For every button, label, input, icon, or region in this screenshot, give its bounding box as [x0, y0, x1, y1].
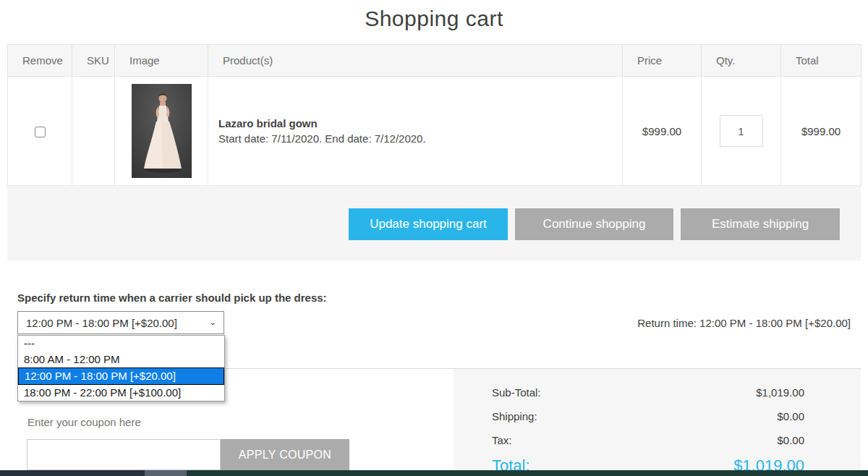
cart-table-wrap: Remove SKU Image Product(s) Price Qty. T… [7, 44, 861, 186]
return-time-option[interactable]: 8:00 AM - 12:00 PM [18, 352, 224, 367]
shipping-label: Shipping: [492, 410, 537, 423]
return-time-section: Specify return time when a carrier shoul… [17, 292, 851, 334]
return-time-option[interactable]: --- [18, 336, 224, 352]
sku-cell [72, 77, 115, 186]
column-header-sku: SKU [72, 45, 115, 77]
chevron-down-icon: ⌄ [209, 318, 216, 326]
column-header-total: Total [781, 45, 861, 77]
column-header-qty: Qty. [702, 45, 781, 77]
subtotal-label: Sub-Total: [492, 386, 541, 399]
unit-price: $999.00 [623, 77, 702, 186]
apply-coupon-button[interactable]: APPLY COUPON [221, 439, 349, 470]
subtotal-row: Sub-Total: $1,019.00 [492, 386, 804, 399]
bottom-edge-bar [0, 470, 868, 476]
column-header-remove: Remove [8, 45, 72, 77]
return-time-summary: Return time: 12:00 PM - 18:00 PM [+$20.0… [637, 317, 851, 329]
shipping-value: $0.00 [777, 410, 804, 423]
product-image[interactable] [132, 84, 192, 178]
update-cart-button[interactable]: Update shopping cart [349, 208, 508, 240]
bottom-bar-segment [187, 470, 868, 476]
return-time-dropdown: --- 8:00 AM - 12:00 PM 12:00 PM - 18:00 … [17, 335, 225, 401]
order-totals-box: Sub-Total: $1,019.00 Shipping: $0.00 Tax… [454, 369, 861, 476]
cart-table: Remove SKU Image Product(s) Price Qty. T… [7, 44, 861, 186]
column-header-product: Product(s) [208, 45, 623, 77]
cart-header-row: Remove SKU Image Product(s) Price Qty. T… [8, 45, 861, 77]
tax-value: $0.00 [777, 434, 804, 447]
shipping-row: Shipping: $0.00 [492, 410, 804, 423]
bottom-bar-segment [145, 470, 187, 476]
product-name-link[interactable]: Lazaro bridal gown [213, 117, 618, 129]
return-time-selected-value: 12:00 PM - 18:00 PM [+$20.00] [26, 317, 177, 329]
return-time-label: Specify return time when a carrier shoul… [17, 292, 851, 304]
return-time-option[interactable]: 12:00 PM - 18:00 PM [+$20.00] [18, 367, 224, 385]
remove-item-checkbox[interactable] [35, 127, 46, 137]
cart-actions-bar: Update shopping cart Continue shopping E… [7, 186, 861, 261]
column-header-price: Price [623, 45, 702, 77]
tax-row: Tax: $0.00 [492, 434, 804, 447]
coupon-hint-text: Enter your coupon here [17, 416, 451, 428]
product-rental-dates: Start date: 7/11/2020. End date: 7/12/20… [213, 132, 618, 145]
bottom-bar-segment [0, 470, 145, 476]
return-time-select[interactable]: 12:00 PM - 18:00 PM [+$20.00] ⌄ [17, 311, 224, 334]
quantity-input[interactable] [720, 115, 763, 147]
estimate-shipping-button[interactable]: Estimate shipping [681, 208, 840, 240]
cart-item-row: Lazaro bridal gown Start date: 7/11/2020… [8, 77, 861, 186]
tax-label: Tax: [492, 434, 512, 447]
line-total: $999.00 [781, 77, 861, 186]
subtotal-value: $1,019.00 [756, 386, 804, 399]
continue-shopping-button[interactable]: Continue shopping [515, 208, 673, 240]
coupon-code-input[interactable] [27, 439, 221, 470]
column-header-image: Image [115, 45, 208, 77]
page-title: Shopping cart [0, 7, 868, 31]
return-time-option[interactable]: 18:00 PM - 22:00 PM [+$100.00] [18, 385, 224, 401]
